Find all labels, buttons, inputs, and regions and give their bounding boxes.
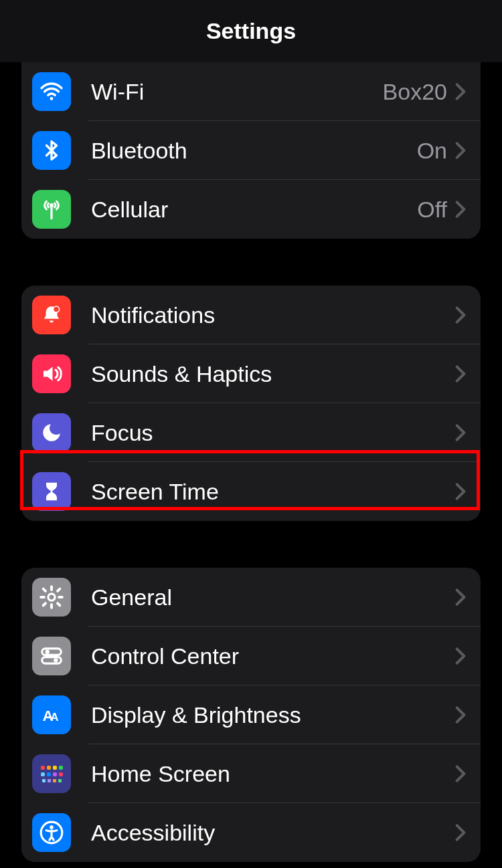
controlcenter-icon <box>32 637 71 675</box>
row-label: Cellular <box>91 197 417 223</box>
svg-point-3 <box>48 594 55 601</box>
focus-icon <box>32 413 71 452</box>
row-label: Bluetooth <box>91 138 417 164</box>
svg-point-1 <box>50 203 54 207</box>
display-icon: AA <box>32 695 71 734</box>
svg-point-5 <box>46 650 50 654</box>
row-controlcenter[interactable]: Control Center <box>21 627 481 685</box>
svg-point-2 <box>54 306 60 312</box>
page-title: Settings <box>206 18 296 44</box>
row-focus[interactable]: Focus <box>21 403 481 462</box>
row-screentime[interactable]: Screen Time <box>21 462 481 521</box>
chevron-right-icon <box>455 306 466 324</box>
chevron-right-icon <box>455 764 466 783</box>
header-bar: Settings <box>0 0 502 62</box>
row-value: On <box>417 138 447 164</box>
row-wifi[interactable]: Wi-Fi Box20 <box>21 62 481 121</box>
wifi-icon <box>32 72 71 111</box>
svg-point-7 <box>54 658 58 662</box>
row-value: Box20 <box>383 79 447 105</box>
svg-rect-6 <box>42 657 62 664</box>
chevron-right-icon <box>455 482 466 501</box>
row-label: Home Screen <box>91 761 455 787</box>
row-display[interactable]: AA Display & Brightness <box>21 685 481 744</box>
chevron-right-icon <box>455 423 466 442</box>
chevron-right-icon <box>455 364 466 383</box>
row-label: Sounds & Haptics <box>91 361 455 387</box>
cellular-icon <box>32 190 71 229</box>
row-label: Display & Brightness <box>91 702 455 728</box>
sounds-icon <box>32 354 71 393</box>
row-sounds[interactable]: Sounds & Haptics <box>21 344 481 403</box>
settings-group-attention: Notifications Sounds & Haptics Focus Scr… <box>21 286 481 521</box>
svg-point-11 <box>50 825 54 829</box>
row-label: Accessibility <box>91 820 455 846</box>
row-label: Screen Time <box>91 479 455 505</box>
general-icon <box>32 578 71 617</box>
notifications-icon <box>32 296 71 334</box>
accessibility-icon <box>32 813 71 852</box>
svg-point-0 <box>50 97 54 100</box>
chevron-right-icon <box>455 82 466 101</box>
chevron-right-icon <box>455 141 466 160</box>
svg-rect-4 <box>42 649 62 655</box>
homescreen-icon <box>32 754 71 793</box>
row-label: General <box>91 584 455 611</box>
row-accessibility[interactable]: Accessibility <box>21 803 481 862</box>
chevron-right-icon <box>455 823 466 842</box>
row-homescreen[interactable]: Home Screen <box>21 744 481 803</box>
bluetooth-icon <box>32 131 71 170</box>
row-cellular[interactable]: Cellular Off <box>21 180 481 239</box>
row-general[interactable]: General <box>21 568 481 627</box>
row-label: Focus <box>91 420 455 446</box>
chevron-right-icon <box>455 647 466 665</box>
row-bluetooth[interactable]: Bluetooth On <box>21 121 481 180</box>
row-label: Wi-Fi <box>91 79 383 105</box>
row-label: Notifications <box>91 302 455 328</box>
chevron-right-icon <box>455 588 466 607</box>
chevron-right-icon <box>455 706 466 724</box>
screentime-icon <box>32 472 71 511</box>
chevron-right-icon <box>455 200 466 219</box>
svg-text:A: A <box>51 711 59 723</box>
row-label: Control Center <box>91 643 455 669</box>
row-value: Off <box>417 197 447 223</box>
settings-group-general: General Control Center AA Display & Brig… <box>21 568 481 862</box>
settings-content: Wi-Fi Box20 Bluetooth On Cellular Off <box>0 62 502 862</box>
settings-group-network: Wi-Fi Box20 Bluetooth On Cellular Off <box>21 62 481 239</box>
row-notifications[interactable]: Notifications <box>21 286 481 344</box>
